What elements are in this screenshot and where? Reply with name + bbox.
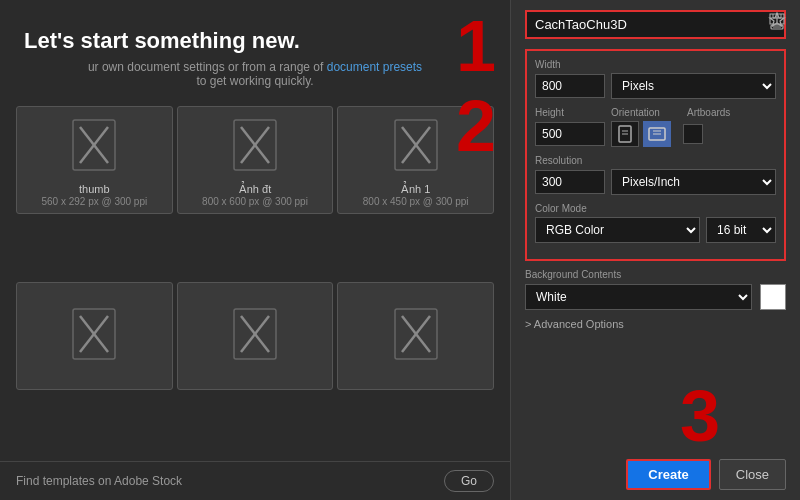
background-row: White [525, 284, 786, 310]
orientation-label: Orientation [611, 107, 681, 118]
number-badge-2: 2 [456, 90, 496, 162]
search-bar: Find templates on Adobe Stock Go [0, 461, 510, 500]
template-name-thumb: thumb [79, 182, 110, 196]
left-panel: Let's start something new. ur own docume… [0, 0, 510, 500]
left-header: Let's start something new. ur own docume… [0, 0, 510, 98]
resolution-row: Pixels/Inch [535, 169, 776, 195]
width-label: Width [535, 59, 776, 70]
doc-icon-thumb [70, 115, 118, 176]
artboard-checkbox[interactable] [683, 124, 703, 144]
landscape-button[interactable] [643, 121, 671, 147]
page-heading: Let's start something new. [24, 28, 486, 54]
sub-labels: Height Orientation Artboards [535, 107, 776, 118]
template-card-6[interactable] [337, 282, 494, 390]
color-swatch[interactable] [760, 284, 786, 310]
width-row: Pixels [535, 73, 776, 99]
resolution-label: Resolution [535, 155, 776, 166]
width-unit-select[interactable]: Pixels [611, 73, 776, 99]
orientation-group [611, 121, 671, 147]
template-size-anh1: 800 x 450 px @ 300 ppi [363, 196, 469, 207]
resolution-unit-select[interactable]: Pixels/Inch [611, 169, 776, 195]
template-grid: thumb 560 x 292 px @ 300 ppi Ảnh đt 800 … [0, 98, 510, 461]
doc-icon-anh1 [392, 115, 440, 176]
template-card-5[interactable] [177, 282, 334, 390]
color-mode-row: RGB Color 16 bit [535, 217, 776, 243]
template-name-anh1: Ảnh 1 [401, 182, 430, 196]
advanced-toggle[interactable]: > Advanced Options [525, 318, 786, 330]
template-card-4[interactable] [16, 282, 173, 390]
save-icon[interactable] [768, 12, 786, 34]
height-label: Height [535, 107, 605, 118]
template-card-anhdt[interactable]: Ảnh đt 800 x 600 px @ 300 ppi [177, 106, 334, 214]
doc-name-input[interactable] [525, 10, 786, 39]
doc-icon-5 [231, 291, 279, 377]
portrait-button[interactable] [611, 121, 639, 147]
height-orientation-row [535, 121, 776, 147]
doc-icon-6 [392, 291, 440, 377]
create-button[interactable]: Create [626, 459, 710, 490]
doc-icon-anhdt [231, 115, 279, 176]
right-panel: Width Pixels Height Orientation Artboard… [510, 0, 800, 500]
search-text: Find templates on Adobe Stock [16, 474, 436, 488]
height-input[interactable] [535, 122, 605, 146]
bit-depth-select[interactable]: 16 bit [706, 217, 776, 243]
subtext: ur own document settings or from a range… [24, 60, 486, 88]
background-select[interactable]: White [525, 284, 752, 310]
template-card-thumb[interactable]: thumb 560 x 292 px @ 300 ppi [16, 106, 173, 214]
doc-icon-4 [70, 291, 118, 377]
color-mode-select[interactable]: RGB Color [535, 217, 700, 243]
number-badge-1: 1 [456, 10, 496, 82]
advanced-label: > Advanced Options [525, 318, 624, 330]
color-mode-label: Color Mode [535, 203, 776, 214]
bottom-buttons: Create Close [525, 451, 786, 490]
template-size-thumb: 560 x 292 px @ 300 ppi [41, 196, 147, 207]
settings-box: Width Pixels Height Orientation Artboard… [525, 49, 786, 261]
template-size-anhdt: 800 x 600 px @ 300 ppi [202, 196, 308, 207]
background-label: Background Contents [525, 269, 786, 280]
number-badge-3: 3 [680, 380, 720, 452]
close-button[interactable]: Close [719, 459, 786, 490]
go-button[interactable]: Go [444, 470, 494, 492]
artboards-label: Artboards [687, 107, 776, 118]
resolution-input[interactable] [535, 170, 605, 194]
width-input[interactable] [535, 74, 605, 98]
presets-link[interactable]: document presets [327, 60, 422, 74]
template-name-anhdt: Ảnh đt [239, 182, 271, 196]
